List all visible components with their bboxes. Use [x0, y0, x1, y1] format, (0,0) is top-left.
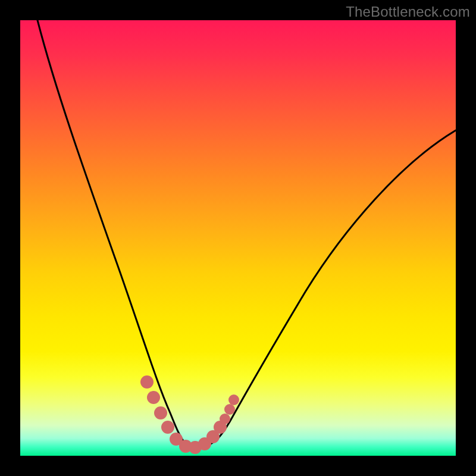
svg-point-2 — [154, 406, 167, 419]
svg-point-12 — [228, 394, 239, 405]
svg-point-1 — [147, 391, 160, 404]
svg-point-3 — [161, 421, 174, 434]
chart-svg — [20, 20, 456, 456]
highlight-markers — [140, 375, 239, 454]
bottleneck-curve — [37, 20, 456, 448]
svg-point-10 — [220, 414, 230, 424]
watermark-text: TheBottleneck.com — [346, 4, 470, 20]
chart-frame: TheBottleneck.com — [0, 0, 476, 476]
svg-point-11 — [224, 404, 235, 415]
svg-point-0 — [140, 375, 154, 389]
